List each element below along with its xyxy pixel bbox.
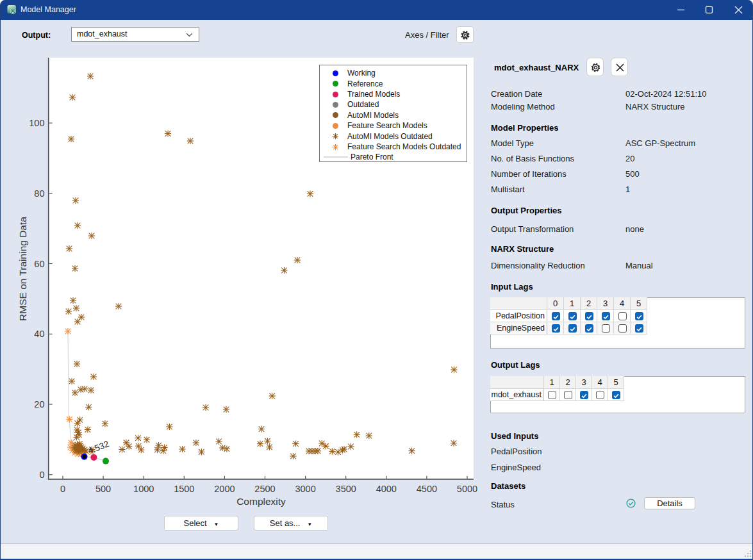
svg-text:1000: 1000 — [133, 484, 154, 494]
svg-text:Complexity: Complexity — [236, 496, 286, 507]
svg-text:0: 0 — [60, 484, 65, 494]
svg-text:1500: 1500 — [174, 484, 194, 494]
svg-text:4.532: 4.532 — [87, 439, 110, 456]
svg-text:100: 100 — [29, 118, 44, 128]
svg-text:4500: 4500 — [417, 484, 437, 494]
svg-text:RMSE on Training Data: RMSE on Training Data — [17, 217, 28, 321]
svg-text:0: 0 — [39, 470, 44, 480]
svg-text:3000: 3000 — [295, 484, 315, 494]
svg-text:20: 20 — [34, 399, 44, 409]
svg-text:500: 500 — [95, 484, 111, 494]
svg-text:80: 80 — [34, 188, 44, 199]
svg-text:4000: 4000 — [376, 484, 397, 494]
svg-text:40: 40 — [34, 329, 44, 339]
svg-text:60: 60 — [34, 259, 44, 269]
svg-text:2500: 2500 — [254, 484, 275, 494]
svg-text:5000: 5000 — [457, 484, 477, 494]
svg-text:2000: 2000 — [214, 484, 235, 494]
svg-text:3500: 3500 — [336, 484, 356, 494]
